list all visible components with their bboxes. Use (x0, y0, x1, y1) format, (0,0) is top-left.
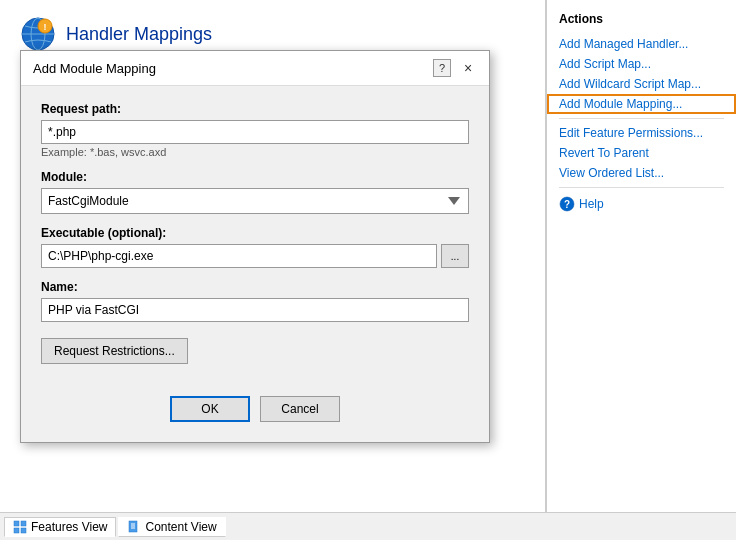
bottom-bar: Features View Content View (0, 512, 736, 540)
name-label: Name: (41, 280, 469, 294)
action-revert-to-parent[interactable]: Revert To Parent (547, 143, 736, 163)
modal-title: Add Module Mapping (33, 61, 156, 76)
svg-rect-7 (14, 521, 19, 526)
executable-input[interactable] (41, 244, 437, 268)
action-add-module-mapping[interactable]: Add Module Mapping... (547, 94, 736, 114)
name-input[interactable] (41, 298, 469, 322)
executable-input-group: ... (41, 244, 469, 268)
svg-rect-8 (21, 521, 26, 526)
svg-rect-10 (21, 528, 26, 533)
action-add-wildcard-script-map[interactable]: Add Wildcard Script Map... (547, 74, 736, 94)
actions-divider (559, 118, 724, 119)
request-path-label: Request path: (41, 102, 469, 116)
svg-rect-9 (14, 528, 19, 533)
action-view-ordered-list[interactable]: View Ordered List... (547, 163, 736, 183)
left-panel: ! Handler Mappings Use this feature to s… (0, 0, 546, 512)
modal-help-button[interactable]: ? (433, 59, 451, 77)
modal-dialog: Add Module Mapping ? × Request path: Exa… (20, 50, 490, 443)
module-group: Module: FastCgiModule (41, 170, 469, 214)
action-add-managed-handler[interactable]: Add Managed Handler... (547, 34, 736, 54)
content-view-label: Content View (145, 520, 216, 534)
modal-titlebar: Add Module Mapping ? × (21, 51, 489, 86)
module-label: Module: (41, 170, 469, 184)
request-path-hint: Example: *.bas, wsvc.axd (41, 146, 469, 158)
request-restrictions-button[interactable]: Request Restrictions... (41, 338, 188, 364)
action-help[interactable]: ? Help (547, 192, 736, 216)
tab-content-view[interactable]: Content View (118, 517, 225, 537)
executable-browse-button[interactable]: ... (441, 244, 469, 268)
modal-controls: ? × (433, 59, 477, 77)
cancel-button[interactable]: Cancel (260, 396, 340, 422)
request-path-group: Request path: Example: *.bas, wsvc.axd (41, 102, 469, 158)
modal-close-button[interactable]: × (459, 59, 477, 77)
executable-label: Executable (optional): (41, 226, 469, 240)
svg-text:?: ? (564, 199, 570, 210)
actions-panel: Actions Add Managed Handler... Add Scrip… (546, 0, 736, 512)
tab-features-view[interactable]: Features View (4, 517, 116, 537)
ok-button[interactable]: OK (170, 396, 250, 422)
features-view-label: Features View (31, 520, 107, 534)
action-edit-feature-permissions[interactable]: Edit Feature Permissions... (547, 123, 736, 143)
actions-header: Actions (547, 8, 736, 34)
executable-group: Executable (optional): ... (41, 226, 469, 268)
request-path-input[interactable] (41, 120, 469, 144)
modal-overlay: Add Module Mapping ? × Request path: Exa… (0, 0, 545, 512)
module-select[interactable]: FastCgiModule (41, 188, 469, 214)
actions-divider-2 (559, 187, 724, 188)
name-group: Name: (41, 280, 469, 322)
action-add-script-map[interactable]: Add Script Map... (547, 54, 736, 74)
help-icon: ? (559, 196, 575, 212)
content-view-icon (127, 520, 141, 534)
modal-footer: OK Cancel (21, 380, 489, 442)
modal-body: Request path: Example: *.bas, wsvc.axd M… (21, 86, 489, 380)
features-view-icon (13, 520, 27, 534)
